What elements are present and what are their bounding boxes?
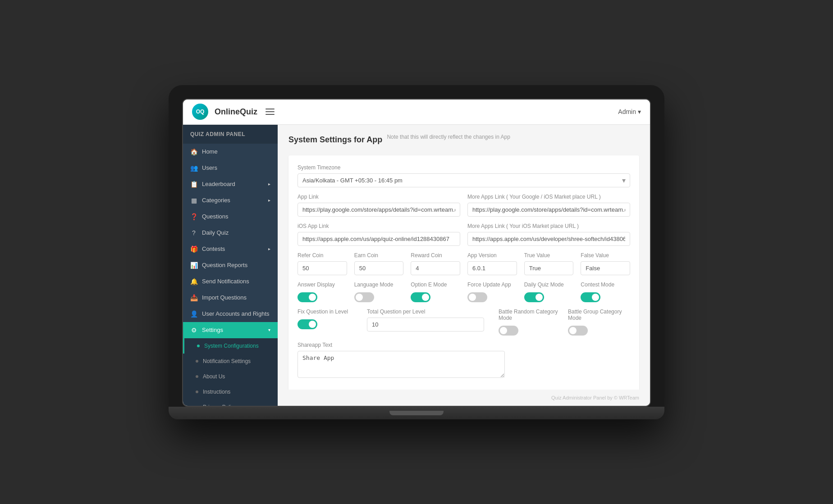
notifications-icon: 🔔 [190, 278, 197, 285]
sidebar-submenu-system-config[interactable]: System Configurations [183, 338, 278, 354]
more-apps-ios-input[interactable] [467, 232, 630, 246]
coins-row: Refer Coin Earn Coin Reward Coin [298, 252, 630, 275]
settings-arrow: ▾ [268, 327, 270, 332]
timezone-select[interactable]: Asia/Kolkata - GMT +05:30 - 16:45 pm [298, 173, 630, 187]
more-apps-ios-label: More Apps Link ( Your iOS Market place U… [467, 223, 630, 229]
force-update-toggle[interactable] [467, 292, 487, 302]
refer-coin-group: Refer Coin [298, 252, 347, 275]
content-area: System Settings for App Note that this w… [278, 125, 650, 390]
battle-random-toggle[interactable] [499, 326, 518, 336]
sidebar-item-contests[interactable]: 🎁 Contests ▸ [183, 241, 278, 257]
sidebar: Quiz Admin Panel 🏠 Home 👥 Users 📋 Leader… [183, 125, 278, 406]
reward-coin-group: Reward Coin [411, 252, 460, 275]
dot-notification [196, 360, 198, 363]
settings-icon: ⚙ [190, 327, 197, 334]
ios-link-input[interactable] [298, 232, 460, 246]
sidebar-submenu-about-us[interactable]: About Us [183, 369, 278, 384]
true-value-input[interactable] [524, 261, 574, 275]
answer-display-group: Answer Display [298, 282, 347, 302]
more-apps-link-input[interactable] [467, 203, 630, 217]
battle-random-group: Battle Random Category Mode [499, 309, 561, 336]
hamburger-button[interactable] [264, 107, 276, 117]
total-question-label: Total Question per Level [367, 309, 491, 315]
brand-name: OnlineQuiz [215, 107, 257, 117]
app-version-group: App Version [467, 252, 517, 275]
earn-coin-group: Earn Coin [354, 252, 404, 275]
dot-instructions [196, 390, 198, 393]
fix-question-toggle[interactable] [298, 319, 317, 329]
app-link-input[interactable] [298, 203, 460, 217]
option-e-group: Option E Mode [411, 282, 460, 302]
earn-coin-input[interactable] [354, 261, 404, 275]
option-e-toggle[interactable] [411, 292, 430, 302]
reward-coin-input[interactable] [411, 261, 460, 275]
sidebar-submenu-notification-settings[interactable]: Notification Settings [183, 354, 278, 369]
sidebar-title: Quiz Admin Panel [183, 125, 278, 144]
sidebar-submenu-privacy-policy[interactable]: Privacy Policy [183, 400, 278, 406]
shareapp-textarea[interactable]: <span data-bind="form.shareapp_text_valu… [298, 351, 505, 378]
sidebar-submenu-instructions[interactable]: Instructions [183, 384, 278, 400]
top-navbar: OQ OnlineQuiz Admin ▾ [183, 100, 650, 125]
sidebar-item-questions[interactable]: ❓ Questions [183, 209, 278, 225]
false-value-input[interactable] [581, 261, 630, 275]
sidebar-item-settings[interactable]: ⚙ Settings ▾ [183, 322, 278, 338]
battle-group-label: Battle Group Category Mode [568, 309, 630, 321]
false-value-group: False Value [581, 252, 630, 275]
shareapp-group: Shareapp Text <span data-bind="form.shar… [298, 342, 630, 380]
contest-mode-group: Contest Mode [581, 282, 630, 302]
answer-display-toggle[interactable] [298, 292, 317, 302]
reports-icon: 📊 [190, 262, 197, 269]
user-accounts-icon: 👤 [190, 310, 197, 318]
daily-quiz-mode-toggle[interactable] [524, 292, 544, 302]
dot-system-config [197, 345, 200, 347]
contests-icon: 🎁 [190, 245, 197, 253]
battle-group-toggle[interactable] [568, 326, 588, 336]
contest-mode-slider [581, 292, 600, 302]
sidebar-item-question-reports[interactable]: 📊 Question Reports [183, 257, 278, 273]
more-apps-link-label: More Apps Link ( Your Google / iOS Marke… [467, 194, 630, 200]
sidebar-item-home[interactable]: 🏠 Home [183, 144, 278, 160]
refer-coin-input[interactable] [298, 261, 347, 275]
footer: Quiz Administrator Panel by © WRTeam [278, 390, 650, 406]
laptop-frame: OQ OnlineQuiz Admin ▾ [169, 85, 664, 419]
sidebar-item-categories[interactable]: ▦ Categories ▸ [183, 192, 278, 209]
earn-coin-label: Earn Coin [354, 252, 404, 259]
navbar-left: OQ OnlineQuiz [192, 104, 276, 120]
contest-mode-toggle[interactable] [581, 292, 600, 302]
app-link-group: App Link [298, 194, 460, 217]
users-icon: 👥 [190, 164, 197, 172]
answer-display-slider [298, 292, 317, 302]
dot-about [196, 375, 198, 378]
ios-link-row: iOS App Link More Apps Link ( Your iOS M… [298, 223, 630, 246]
leaderboard-icon: 📋 [190, 181, 197, 188]
false-value-label: False Value [581, 252, 630, 259]
sidebar-item-users[interactable]: 👥 Users [183, 160, 278, 176]
daily-quiz-icon: ? [190, 229, 197, 236]
app-version-input[interactable] [467, 261, 517, 275]
shareapp-label: Shareapp Text [298, 342, 630, 348]
sidebar-item-daily-quiz[interactable]: ? Daily Quiz [183, 225, 278, 241]
import-icon: 📥 [190, 294, 197, 301]
total-question-input[interactable] [367, 318, 484, 331]
page-header: System Settings for App Note that this w… [288, 134, 639, 148]
battle-random-label: Battle Random Category Mode [499, 309, 561, 321]
timezone-group: System Timezone Asia/Kolkata - GMT +05:3… [298, 164, 630, 187]
timezone-select-wrapper: Asia/Kolkata - GMT +05:30 - 16:45 pm [298, 173, 630, 187]
contest-mode-label: Contest Mode [581, 282, 630, 288]
fix-question-group: Fix Question in Level [298, 309, 360, 329]
refer-coin-label: Refer Coin [298, 252, 347, 259]
app-version-label: App Version [467, 252, 517, 259]
fix-question-slider [298, 319, 317, 329]
language-mode-label: Language Mode [354, 282, 404, 288]
language-mode-group: Language Mode [354, 282, 404, 302]
sidebar-item-leaderboard[interactable]: 📋 Leaderboard ▸ [183, 176, 278, 192]
battle-group-slider [568, 326, 588, 336]
language-mode-toggle[interactable] [354, 292, 374, 302]
sidebar-item-user-accounts[interactable]: 👤 User Accounts and Rights [183, 306, 278, 322]
admin-dropdown[interactable]: Admin ▾ [618, 108, 641, 115]
sidebar-item-send-notifications[interactable]: 🔔 Send Notifications [183, 273, 278, 290]
daily-quiz-mode-group: Daily Quiz Mode [524, 282, 574, 302]
contests-arrow: ▸ [268, 246, 270, 251]
settings-card: System Timezone Asia/Kolkata - GMT +05:3… [288, 155, 639, 390]
sidebar-item-import-questions[interactable]: 📥 Import Questions [183, 290, 278, 306]
